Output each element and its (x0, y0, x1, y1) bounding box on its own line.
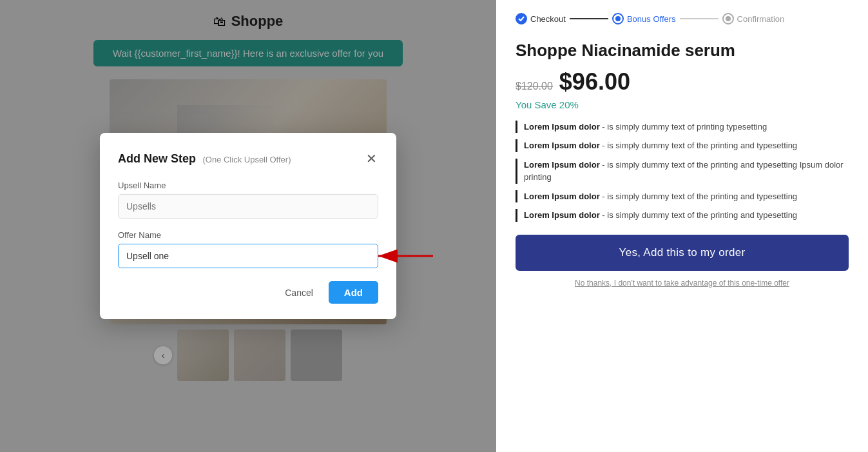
save-badge: You Save 20% (516, 99, 849, 110)
modal-close-button[interactable]: ✕ (365, 151, 378, 166)
modal-dialog: Add New Step (One Click Upsell Offer) ✕ … (100, 133, 396, 319)
current-price: $96.00 (559, 68, 630, 95)
offer-name-label: Offer Name (118, 230, 378, 240)
price-row: $120.00 $96.00 (516, 68, 849, 95)
modal-title-area: Add New Step (One Click Upsell Offer) (118, 152, 291, 166)
feature-text-2: - is simply dummy text of the printing a… (602, 141, 797, 150)
feature-text-1: - is simply dummy text of printing types… (602, 122, 767, 132)
add-button[interactable]: Add (329, 281, 378, 304)
progress-step-confirmation: Confirmation (722, 13, 785, 25)
right-panel: Checkout Bonus Offers Confirmation Shopp… (496, 0, 868, 452)
upsell-name-input[interactable] (118, 194, 378, 219)
confirmation-label: Confirmation (737, 14, 785, 24)
decline-link[interactable]: No thanks, I don't want to take advantag… (516, 279, 849, 288)
modal-subtitle: (One Click Upsell Offer) (202, 155, 291, 164)
feature-text-5: - is simply dummy text of the printing a… (602, 210, 797, 220)
feature-list: Lorem Ipsum dolor - is simply dummy text… (516, 121, 849, 222)
confirmation-inactive-icon (722, 13, 734, 25)
red-arrow-icon (372, 243, 436, 269)
upsell-name-group: Upsell Name (118, 181, 378, 219)
original-price: $120.00 (516, 81, 553, 92)
progress-bar: Checkout Bonus Offers Confirmation (516, 13, 849, 25)
progress-line-1 (570, 18, 608, 19)
feature-text-4: - is simply dummy text of the printing a… (602, 192, 797, 201)
cancel-button[interactable]: Cancel (277, 282, 321, 303)
list-item: Lorem Ipsum dolor - is simply dummy text… (516, 190, 849, 203)
modal-header: Add New Step (One Click Upsell Offer) ✕ (118, 151, 378, 166)
feature-bold-5: Lorem Ipsum dolor (524, 210, 600, 220)
offer-name-group: Offer Name (118, 230, 378, 268)
checkout-done-icon (516, 13, 527, 25)
progress-step-bonus: Bonus Offers (612, 13, 676, 25)
upsell-name-label: Upsell Name (118, 181, 378, 190)
checkout-label: Checkout (530, 14, 566, 24)
feature-bold-3: Lorem Ipsum dolor (524, 160, 600, 170)
modal-actions: Cancel Add (118, 281, 378, 304)
left-panel: 🛍 Shoppe Wait {{customer_first_name}}! H… (0, 0, 496, 452)
list-item: Lorem Ipsum dolor - is simply dummy text… (516, 159, 849, 184)
feature-bold-2: Lorem Ipsum dolor (524, 141, 600, 150)
add-to-order-button[interactable]: Yes, Add this to my order (516, 235, 849, 271)
progress-line-2 (680, 18, 719, 19)
bonus-label: Bonus Offers (627, 14, 676, 24)
modal-title: Add New Step (118, 152, 196, 165)
offer-name-input[interactable] (118, 244, 378, 268)
list-item: Lorem Ipsum dolor - is simply dummy text… (516, 209, 849, 222)
feature-bold-4: Lorem Ipsum dolor (524, 192, 600, 201)
modal-overlay: Add New Step (One Click Upsell Offer) ✕ … (0, 0, 496, 452)
list-item: Lorem Ipsum dolor - is simply dummy text… (516, 139, 849, 152)
list-item: Lorem Ipsum dolor - is simply dummy text… (516, 121, 849, 133)
progress-step-checkout: Checkout (516, 13, 566, 25)
bonus-active-icon (612, 13, 624, 25)
feature-bold-1: Lorem Ipsum dolor (524, 122, 600, 132)
product-title: Shoppe Niacinamide serum (516, 40, 849, 62)
